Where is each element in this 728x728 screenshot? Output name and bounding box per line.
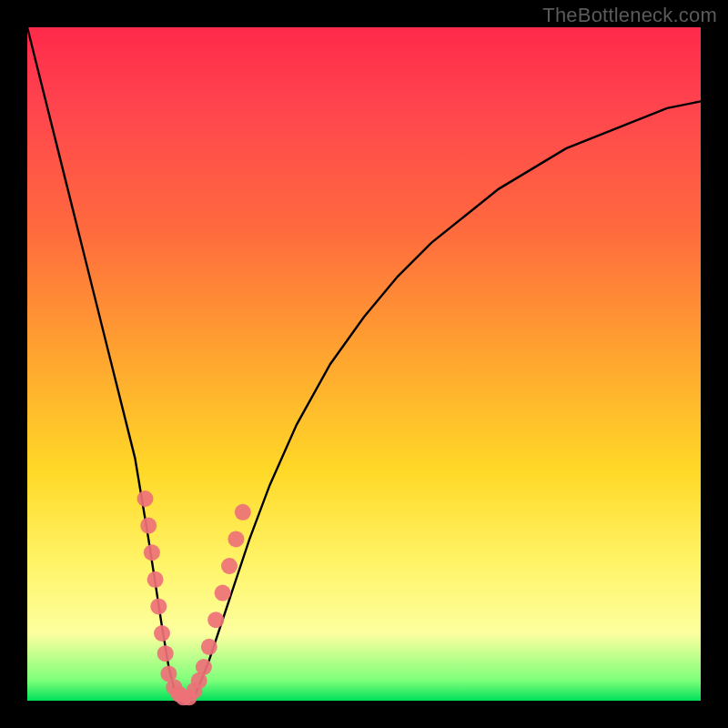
sample-point <box>147 571 164 588</box>
sample-point <box>140 518 157 534</box>
sample-point <box>157 645 174 662</box>
sample-point <box>221 558 238 574</box>
sample-point <box>150 598 167 614</box>
chart-frame: TheBottleneck.com <box>0 0 728 728</box>
sample-point <box>215 585 231 602</box>
sample-point <box>154 625 170 642</box>
sample-point <box>228 531 244 547</box>
sample-point <box>196 659 212 675</box>
sample-points-group <box>137 490 251 705</box>
sample-point <box>207 612 224 628</box>
sample-point <box>137 490 154 507</box>
curve-svg <box>27 27 701 701</box>
sample-point <box>201 639 217 655</box>
bottleneck-curve <box>27 27 701 701</box>
sample-point <box>235 504 251 521</box>
watermark-text: TheBottleneck.com <box>542 4 717 27</box>
plot-area <box>27 27 701 701</box>
sample-point <box>144 544 160 561</box>
